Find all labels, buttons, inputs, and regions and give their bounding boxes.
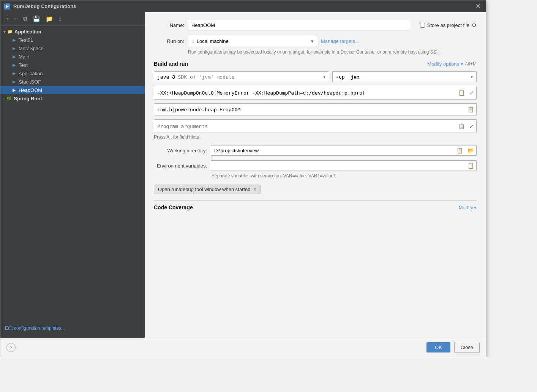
edit-templates-link[interactable]: Edit configuration templates... xyxy=(0,322,145,334)
run-icon-heapoom: ▶ xyxy=(11,87,17,93)
sort-config-button[interactable]: ↕ xyxy=(57,15,63,23)
cp-dropdown-icon: ▾ xyxy=(470,74,473,80)
manage-targets-link[interactable]: Manage targets... xyxy=(321,38,359,44)
env-vars-input[interactable] xyxy=(211,161,465,171)
left-panel: + − ⧉ 💾 📁 ↕ ▾ 📁 Application ▶ Test01 xyxy=(0,12,145,338)
tag-label: Open run/debug tool window when started xyxy=(158,187,251,192)
tree-item-test01[interactable]: ▶ Test01 xyxy=(0,36,145,44)
tag-row: Open run/debug tool window when started … xyxy=(154,185,477,194)
move-config-button[interactable]: 📁 xyxy=(44,14,55,23)
sdk-dropdown-icon: ▾ xyxy=(323,74,326,80)
run-icon-stacksof: ▶ xyxy=(11,79,17,85)
dialog-body: + − ⧉ 💾 📁 ↕ ▾ 📁 Application ▶ Test01 xyxy=(0,12,486,338)
prog-args-expand-button[interactable]: ⤢ xyxy=(467,123,476,129)
close-dialog-button[interactable]: ✕ xyxy=(474,3,482,10)
bottom-bar: ? OK Close xyxy=(0,338,486,357)
tree-label-main: Main xyxy=(19,54,29,60)
run-on-select[interactable]: ⌂ Local machine ▾ xyxy=(188,36,317,46)
right-panel: Name: Store as project file ⚙ Run on: ⌂ … xyxy=(145,12,486,338)
sdk-select[interactable]: java 8 SDK of 'jvm' module ▾ xyxy=(154,71,329,82)
expand-springboot-icon: › xyxy=(3,96,5,101)
tree-item-metaspace[interactable]: ▶ MetaSpace xyxy=(0,44,145,52)
tree-label-application: Application xyxy=(19,71,43,76)
env-vars-copy-button[interactable]: 📋 xyxy=(465,163,476,169)
name-row: Name: Store as project file ⚙ xyxy=(154,20,477,30)
vm-options-input[interactable] xyxy=(154,86,456,99)
modify-coverage-label: Modify xyxy=(459,205,473,210)
env-vars-field: 📋 xyxy=(211,160,477,171)
env-vars-label: Environment variables: xyxy=(154,163,207,169)
alt-hint: Press Alt for field hints xyxy=(154,134,477,140)
tree-label-test01: Test01 xyxy=(19,37,33,43)
modify-options-chevron: ▾ xyxy=(461,61,463,67)
expand-application-icon: ▾ xyxy=(3,30,5,34)
working-dir-browse-button[interactable]: 📂 xyxy=(465,147,476,153)
working-dir-field: 📋 📂 xyxy=(211,145,477,156)
cp-value: -cp jvm xyxy=(336,74,360,80)
run-on-row: Run on: ⌂ Local machine ▾ Manage targets… xyxy=(154,36,477,46)
ok-button[interactable]: OK xyxy=(426,342,450,352)
build-run-header: Build and run Modify options ▾ Alt+M xyxy=(154,61,477,67)
tree-item-test[interactable]: ▶ Test xyxy=(0,61,145,69)
home-icon: ⌂ xyxy=(191,38,194,44)
working-dir-copy-button[interactable]: 📋 xyxy=(454,147,465,153)
run-on-hint: Run configurations may be executed local… xyxy=(188,49,477,55)
dialog-title: Run/Debug Configurations xyxy=(13,3,471,9)
main-class-copy-button[interactable]: 📋 xyxy=(465,106,476,112)
spring-boot-group[interactable]: › 🌿 Spring Boot xyxy=(0,94,145,103)
tree-item-stacksof[interactable]: ▶ StackSOF xyxy=(0,77,145,86)
application-group-label: Application xyxy=(14,29,41,35)
code-coverage-title: Code Coverage xyxy=(154,204,193,210)
prog-args-input[interactable] xyxy=(154,120,456,133)
title-bar: ▶ Run/Debug Configurations ✕ xyxy=(0,0,486,12)
tag-close-button[interactable]: × xyxy=(254,187,256,192)
application-group[interactable]: ▾ 📁 Application xyxy=(0,27,145,36)
main-class-field: 📋 xyxy=(154,103,477,115)
main-class-input[interactable] xyxy=(154,104,465,115)
run-on-dropdown-icon: ▾ xyxy=(311,38,314,44)
prog-args-copy-button[interactable]: 📋 xyxy=(456,123,467,129)
spring-icon: 🌿 xyxy=(6,95,12,101)
modify-coverage-chevron: ▾ xyxy=(474,205,477,210)
tree-label-test: Test xyxy=(19,62,28,68)
store-project-label[interactable]: Store as project file xyxy=(427,22,469,28)
modify-options-label: Modify options xyxy=(427,61,459,67)
tree-item-heapoom[interactable]: ▶ HeapOOM xyxy=(0,86,145,94)
vm-options-expand-button[interactable]: ⤢ xyxy=(467,90,476,96)
help-button[interactable]: ? xyxy=(6,343,16,352)
modify-options-button[interactable]: Modify options ▾ Alt+M xyxy=(427,61,477,67)
add-config-button[interactable]: + xyxy=(3,15,11,23)
vm-options-field: 📋 ⤢ xyxy=(154,86,477,100)
sdk-value: java 8 SDK of 'jvm' module xyxy=(157,74,235,80)
tree-label-heapoom: HeapOOM xyxy=(19,87,42,93)
vm-options-copy-button[interactable]: 📋 xyxy=(456,90,467,96)
name-input[interactable] xyxy=(188,20,410,30)
dialog-icon: ▶ xyxy=(4,3,10,9)
sdk-row: java 8 SDK of 'jvm' module ▾ -cp jvm ▾ xyxy=(154,71,477,82)
save-config-button[interactable]: 💾 xyxy=(31,14,42,23)
run-on-value: Local machine xyxy=(197,38,229,44)
spring-boot-group-label: Spring Boot xyxy=(14,96,42,101)
env-vars-row: Environment variables: 📋 xyxy=(154,160,477,171)
run-debug-dialog: ▶ Run/Debug Configurations ✕ + − ⧉ 💾 📁 ↕… xyxy=(0,0,486,357)
store-project-checkbox[interactable] xyxy=(420,23,425,28)
run-icon-test01: ▶ xyxy=(11,37,17,43)
tree-item-application[interactable]: ▶ Application xyxy=(0,69,145,77)
tree-item-main[interactable]: ▶ Main xyxy=(0,52,145,61)
toolbar: + − ⧉ 💾 📁 ↕ xyxy=(0,12,145,26)
store-gear-icon[interactable]: ⚙ xyxy=(472,22,477,28)
run-icon-main: ▶ xyxy=(11,54,17,60)
run-on-label: Run on: xyxy=(154,38,184,44)
copy-config-button[interactable]: ⧉ xyxy=(21,15,29,23)
code-coverage-section: Code Coverage Modify ▾ xyxy=(154,200,477,210)
working-dir-input[interactable] xyxy=(211,145,454,155)
application-folder-icon: 📁 xyxy=(7,28,13,35)
close-button[interactable]: Close xyxy=(454,342,480,353)
cp-select[interactable]: -cp jvm ▾ xyxy=(332,71,477,82)
modify-coverage-button[interactable]: Modify ▾ xyxy=(459,205,477,210)
working-dir-label: Working directory: xyxy=(154,148,207,153)
prog-args-field: 📋 ⤢ xyxy=(154,119,477,133)
run-icon-application: ▶ xyxy=(11,70,17,76)
remove-config-button[interactable]: − xyxy=(12,15,19,23)
run-icon-metaspace: ▶ xyxy=(11,45,17,51)
